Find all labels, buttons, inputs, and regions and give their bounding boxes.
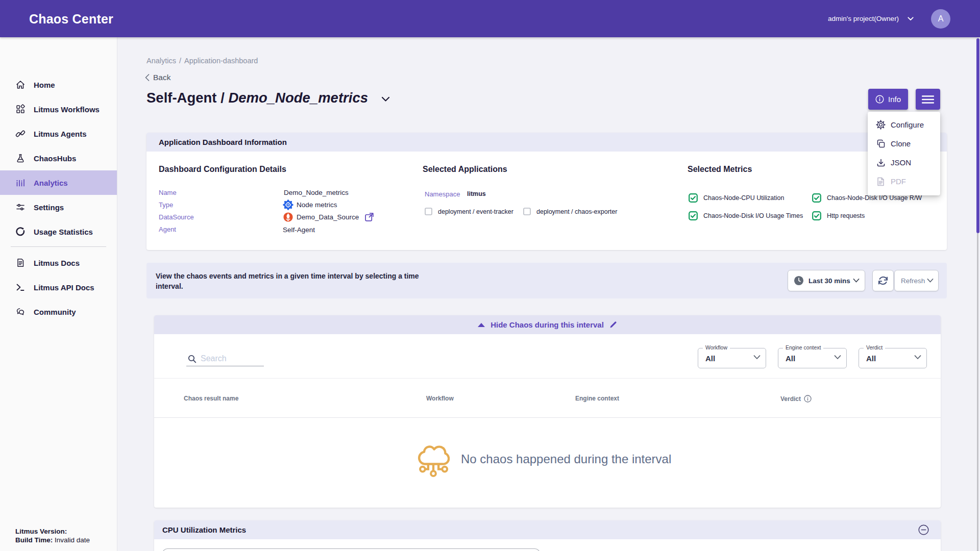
home-icon	[15, 80, 26, 90]
cpu-section-header: CPU Utilization Metrics	[154, 520, 941, 539]
title-agent: Self-Agent /	[146, 90, 225, 106]
collapse-minus-icon[interactable]	[918, 524, 929, 535]
application-option[interactable]: deployment / event-tracker	[425, 208, 513, 215]
column-header-workflow: Workflow	[426, 395, 454, 402]
sidebar-item-home[interactable]: Home	[0, 72, 117, 97]
search-input[interactable]	[186, 352, 264, 366]
metric-option-label: Chaos-Node-CPU Utilization	[703, 194, 784, 202]
sidebar-item-label: Community	[34, 308, 76, 316]
workflows-icon	[15, 104, 26, 114]
node-metrics-icon	[283, 199, 293, 210]
namespace-value: litmus	[467, 190, 486, 197]
settings-icon	[15, 202, 26, 212]
application-dashboard-information-panel: Application Dashboard Information Dashbo…	[146, 133, 947, 250]
column-header-engine-context: Engine context	[575, 395, 619, 402]
avatar-letter: A	[938, 14, 944, 23]
column-header-chaos-result-name: Chaos result name	[184, 395, 238, 402]
hide-chaos-label: Hide Chaos during this interval	[491, 320, 604, 329]
checkbox-checked-icon[interactable]	[812, 211, 821, 220]
metric-option-label: Chaos-Node-Disk I/O Usage Times	[703, 212, 803, 219]
prometheus-icon	[283, 212, 293, 222]
workflow-filter-select[interactable]: Workflow All	[698, 348, 766, 368]
sidebar-item-usage-statistics[interactable]: Usage Statistics	[0, 219, 117, 244]
metric-option[interactable]: Chaos-Node-Disk I/O Usage Times	[689, 211, 803, 220]
menu-item-pdf[interactable]: PDF	[868, 172, 940, 191]
clock-icon	[794, 276, 804, 286]
pencil-icon[interactable]	[609, 321, 617, 329]
sidebar-item-label: Home	[34, 81, 55, 89]
type-label: Type	[159, 201, 173, 209]
verdict-filter-select[interactable]: Verdict All	[859, 348, 927, 368]
metric-option[interactable]: Chaos-Node-CPU Utilization	[689, 193, 784, 203]
application-option-label: deployment / chaos-exporter	[536, 208, 617, 215]
refresh-mode-select[interactable]: Refresh	[894, 270, 939, 291]
sidebar-item-settings[interactable]: Settings	[0, 195, 117, 219]
scrollbar-track	[977, 233, 978, 551]
sidebar-item-chaoshubs[interactable]: ChaosHubs	[0, 146, 117, 170]
breadcrumb-application-dashboard[interactable]: Application-dashboard	[184, 57, 258, 65]
menu-item-configure[interactable]: Configure	[868, 115, 940, 134]
sidebar-item-litmus-docs[interactable]: Litmus Docs	[0, 251, 117, 275]
download-icon	[876, 158, 886, 167]
info-button[interactable]: Info	[868, 89, 908, 110]
name-label: Name	[159, 189, 177, 196]
metric-option[interactable]: Http requests	[812, 211, 865, 220]
menu-item-clone[interactable]: Clone	[868, 134, 940, 153]
sidebar-item-label: ChaosHubs	[34, 154, 76, 163]
checkbox-checked-icon[interactable]	[812, 193, 821, 203]
dashboard-actions-menu: Configure Clone JSON PDF	[868, 112, 940, 195]
type-value: Node metrics	[297, 201, 337, 209]
type-value-row: Node metrics	[283, 199, 337, 210]
sidebar-item-label: Analytics	[34, 179, 68, 187]
info-circle-icon[interactable]	[804, 395, 812, 403]
checkbox-unchecked-icon[interactable]	[425, 208, 432, 215]
avatar[interactable]: A	[931, 9, 950, 29]
cpu-chart-placeholder	[162, 548, 540, 551]
engine-context-filter-select[interactable]: Engine context All	[778, 348, 847, 368]
checkbox-checked-icon[interactable]	[689, 193, 698, 203]
sidebar-item-label: Litmus Docs	[34, 259, 80, 267]
kebab-menu-button[interactable]	[916, 89, 940, 110]
docs-icon	[15, 258, 26, 268]
workflow-filter-value: All	[705, 354, 715, 363]
clone-icon	[876, 139, 886, 148]
time-range-select[interactable]: Last 30 mins	[788, 270, 865, 291]
sidebar-item-litmus-agents[interactable]: Litmus Agents	[0, 121, 117, 146]
sidebar: Home Litmus Workflows Litmus Agents Chao…	[0, 37, 117, 551]
chevron-down-icon	[908, 17, 914, 21]
build-time-label: Build Time:	[15, 536, 53, 544]
sidebar-item-analytics[interactable]: Analytics	[0, 170, 117, 195]
sidebar-nav: Home Litmus Workflows Litmus Agents Chao…	[0, 37, 117, 324]
menu-item-json[interactable]: JSON	[868, 153, 940, 172]
time-range-value: Last 30 mins	[808, 277, 850, 285]
application-option[interactable]: deployment / chaos-exporter	[523, 208, 617, 215]
time-interval-bar: View the chaos events and metrics in a g…	[146, 263, 947, 298]
external-link-icon[interactable]	[364, 212, 374, 222]
project-switcher[interactable]: admin's project(Owner)	[828, 0, 914, 37]
checkbox-checked-icon[interactable]	[689, 211, 698, 220]
sidebar-item-community[interactable]: Community	[0, 299, 117, 324]
adi-panel-header: Application Dashboard Information	[146, 133, 947, 152]
title-chevron-down-icon[interactable]	[381, 94, 390, 102]
checkbox-unchecked-icon[interactable]	[523, 208, 531, 215]
back-button[interactable]: Back	[145, 73, 170, 82]
menu-item-label: JSON	[891, 158, 911, 167]
metric-option-label: Http requests	[827, 212, 865, 219]
sidebar-item-label: Settings	[34, 203, 64, 212]
chaoshubs-icon	[15, 153, 26, 163]
sidebar-item-litmus-workflows[interactable]: Litmus Workflows	[0, 97, 117, 121]
hamburger-icon	[922, 95, 934, 104]
metric-option-label: Chaos-Node-Disk I/O Usage R/W	[827, 194, 922, 202]
cpu-utilization-section: CPU Utilization Metrics	[154, 520, 941, 551]
datasource-value: Demo_Data_Source	[297, 213, 359, 221]
refresh-button[interactable]	[872, 270, 894, 291]
scrollbar-thumb[interactable]	[976, 38, 979, 233]
breadcrumb-analytics[interactable]: Analytics	[146, 57, 176, 65]
sidebar-item-litmus-api-docs[interactable]: Litmus API Docs	[0, 275, 117, 299]
hide-chaos-toggle[interactable]: Hide Chaos during this interval	[154, 315, 941, 334]
app-title: Chaos Center	[29, 12, 113, 27]
engine-context-filter-label: Engine context	[783, 344, 823, 350]
chevron-down-icon	[914, 355, 921, 360]
refresh-icon	[876, 274, 890, 287]
page-root: Chaos Center admin's project(Owner) A Ho…	[0, 0, 980, 551]
